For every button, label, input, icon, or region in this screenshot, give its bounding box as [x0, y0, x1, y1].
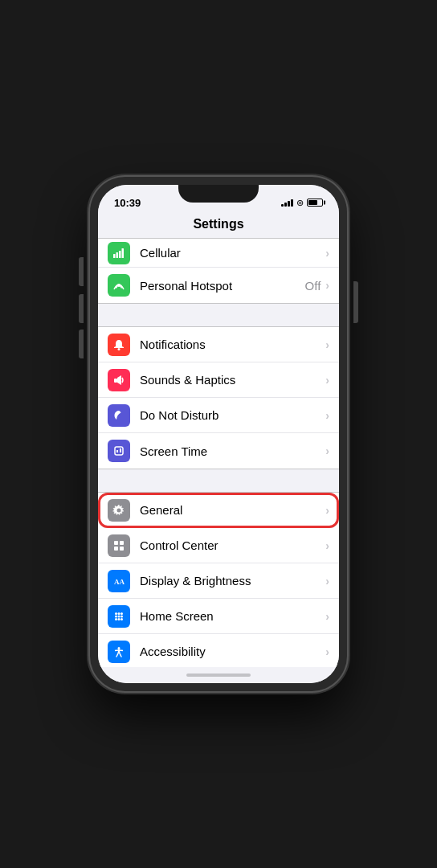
settings-item-accessibility[interactable]: Accessibility ›	[98, 634, 339, 667]
settings-group-notifications: Notifications › Sounds & Haptics ›	[98, 326, 339, 469]
svg-point-21	[115, 615, 117, 617]
display-icon: AA	[108, 570, 130, 592]
dnd-chevron: ›	[325, 409, 329, 422]
hotspot-value: Off	[305, 279, 321, 293]
svg-rect-10	[120, 448, 121, 452]
svg-rect-14	[120, 541, 124, 545]
settings-group-top: Cellular › Personal Hotspot Off ›	[98, 238, 339, 304]
screentime-chevron: ›	[325, 444, 329, 457]
home-bar	[186, 674, 251, 677]
svg-rect-15	[114, 547, 118, 551]
sounds-icon	[108, 369, 130, 391]
accessibility-label: Accessibility	[140, 645, 325, 658]
hotspot-icon	[108, 274, 130, 297]
home-screen-chevron: ›	[325, 610, 329, 623]
display-chevron: ›	[325, 575, 329, 588]
accessibility-icon	[108, 641, 130, 663]
status-icons: ⊛	[281, 198, 323, 208]
svg-point-23	[120, 615, 123, 617]
screentime-icon	[108, 440, 130, 462]
svg-rect-13	[114, 541, 118, 545]
cellular-label: Cellular	[140, 246, 325, 260]
general-icon	[108, 499, 130, 522]
svg-point-12	[117, 508, 121, 512]
control-center-chevron: ›	[325, 539, 329, 552]
accessibility-chevron: ›	[325, 645, 329, 658]
svg-rect-1	[116, 252, 119, 258]
sounds-label: Sounds & Haptics	[140, 373, 325, 387]
divider-1	[98, 304, 339, 326]
battery-icon	[307, 199, 323, 207]
settings-item-control-center[interactable]: Control Center ›	[98, 528, 339, 563]
status-time: 10:39	[114, 197, 141, 209]
svg-point-27	[118, 647, 120, 649]
nav-bar: Settings	[98, 214, 339, 238]
svg-point-25	[118, 618, 120, 620]
svg-point-5	[118, 348, 120, 350]
svg-text:AA: AA	[114, 578, 125, 586]
settings-item-general[interactable]: General ›	[98, 493, 339, 528]
settings-item-dnd[interactable]: Do Not Disturb ›	[98, 398, 339, 433]
settings-item-screentime[interactable]: Screen Time ›	[98, 433, 339, 469]
dnd-label: Do Not Disturb	[140, 408, 325, 422]
home-screen-icon	[108, 605, 130, 628]
control-center-label: Control Center	[140, 538, 325, 552]
svg-rect-3	[122, 248, 125, 258]
hotspot-chevron: ›	[325, 279, 329, 292]
notifications-label: Notifications	[140, 338, 325, 351]
signal-icon	[281, 199, 293, 207]
notifications-icon	[108, 334, 130, 356]
svg-point-18	[115, 612, 117, 615]
svg-point-19	[118, 612, 120, 615]
svg-point-20	[120, 612, 123, 615]
svg-point-22	[118, 615, 120, 617]
notch	[178, 185, 259, 203]
general-chevron: ›	[325, 504, 329, 517]
status-bar: 10:39 ⊛	[98, 185, 339, 214]
settings-item-cellular[interactable]: Cellular ›	[98, 239, 339, 268]
battery-fill	[308, 200, 317, 205]
settings-item-display[interactable]: AA Display & Brightness ›	[98, 563, 339, 599]
dnd-icon	[108, 404, 130, 427]
wifi-icon: ⊛	[296, 198, 304, 208]
settings-item-notifications[interactable]: Notifications ›	[98, 327, 339, 362]
svg-rect-0	[113, 254, 116, 258]
settings-list[interactable]: Cellular › Personal Hotspot Off ›	[98, 238, 339, 667]
page-title: Settings	[98, 217, 339, 231]
svg-rect-16	[120, 547, 124, 551]
svg-point-24	[115, 618, 117, 620]
settings-group-general: General › Control Center ›	[98, 492, 339, 667]
display-label: Display & Brightness	[140, 574, 325, 588]
home-screen-label: Home Screen	[140, 609, 325, 623]
svg-point-26	[120, 618, 123, 620]
phone-frame: 10:39 ⊛ Settings	[90, 177, 347, 691]
svg-rect-6	[114, 379, 117, 383]
svg-rect-2	[119, 251, 121, 258]
cellular-chevron: ›	[325, 247, 329, 260]
divider-2	[98, 469, 339, 492]
svg-rect-9	[116, 450, 118, 452]
settings-item-home-screen[interactable]: Home Screen ›	[98, 599, 339, 634]
general-label: General	[140, 503, 325, 517]
svg-rect-8	[115, 447, 123, 455]
cellular-icon	[108, 242, 130, 264]
notifications-chevron: ›	[325, 338, 329, 351]
screentime-label: Screen Time	[140, 444, 325, 458]
control-center-icon	[108, 534, 130, 557]
phone-screen: 10:39 ⊛ Settings	[98, 185, 339, 683]
home-indicator	[98, 667, 339, 683]
hotspot-label: Personal Hotspot	[140, 279, 305, 293]
sounds-chevron: ›	[325, 374, 329, 387]
settings-item-personal-hotspot[interactable]: Personal Hotspot Off ›	[98, 268, 339, 303]
svg-marker-7	[117, 375, 121, 385]
settings-item-sounds[interactable]: Sounds & Haptics ›	[98, 362, 339, 398]
